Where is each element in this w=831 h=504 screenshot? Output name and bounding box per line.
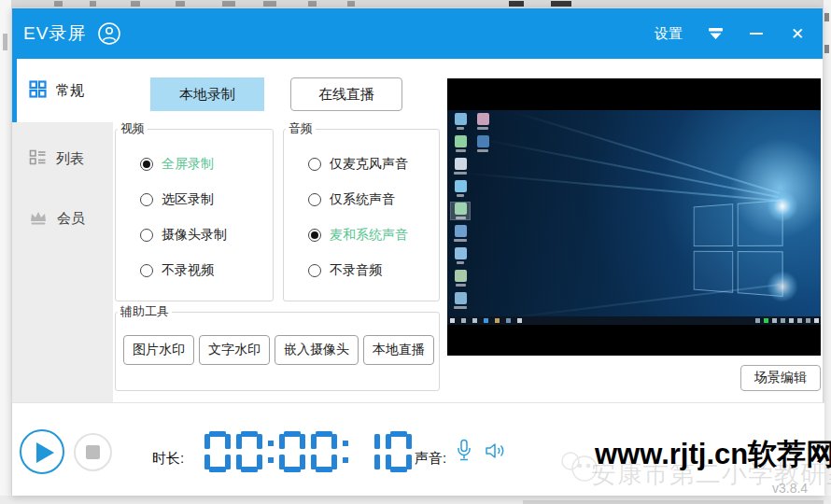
duration-timer-display bbox=[202, 431, 415, 472]
timer-digit bbox=[386, 431, 412, 472]
windows-wallpaper bbox=[447, 110, 821, 316]
sidebar-item-general[interactable]: 常规 bbox=[12, 59, 113, 122]
letterbox-bottom bbox=[447, 325, 821, 356]
title-bar: EV录屏 设置 ✕ bbox=[12, 8, 823, 59]
radio-icon[interactable] bbox=[140, 264, 153, 277]
radio-icon[interactable] bbox=[308, 193, 321, 206]
radio-icon[interactable] bbox=[308, 158, 321, 171]
radio-label: 仅麦克风声音 bbox=[330, 156, 408, 173]
speaker-icon[interactable] bbox=[485, 441, 509, 464]
desktop-icon bbox=[451, 113, 470, 130]
microphone-icon[interactable] bbox=[455, 439, 473, 467]
timer-digit bbox=[311, 431, 337, 472]
radio-icon[interactable] bbox=[140, 158, 153, 171]
user-account-icon[interactable] bbox=[97, 21, 121, 46]
desktop-icon bbox=[451, 135, 470, 152]
local-live-button[interactable]: 本地直播 bbox=[363, 335, 434, 365]
minimize-button[interactable] bbox=[748, 25, 765, 42]
radio-icon[interactable] bbox=[140, 193, 153, 206]
video-option-1[interactable]: 选区录制 bbox=[140, 182, 273, 217]
audio-option-1[interactable]: 仅系统声音 bbox=[308, 182, 439, 217]
sidebar-item-label: 常规 bbox=[56, 82, 84, 100]
aux-tools-legend: 辅助工具 bbox=[118, 303, 172, 320]
timer-digit bbox=[354, 431, 380, 472]
radio-label: 选区录制 bbox=[162, 191, 214, 208]
settings-button[interactable]: 设置 bbox=[655, 25, 683, 43]
stop-button[interactable] bbox=[74, 433, 112, 471]
background-toolbar-strip bbox=[0, 0, 831, 7]
close-button[interactable]: ✕ bbox=[789, 25, 806, 42]
radio-label: 麦和系统声音 bbox=[330, 227, 408, 244]
audio-group-legend: 音频 bbox=[286, 120, 316, 137]
sidebar-item-member[interactable]: 会员 bbox=[12, 195, 113, 242]
duration-label: 时长: bbox=[152, 450, 184, 468]
timer-digit bbox=[279, 431, 305, 472]
background-right-strip bbox=[824, 0, 831, 504]
site-watermark: www.rjtj.cn软荐网 bbox=[595, 435, 831, 474]
crown-icon bbox=[29, 209, 48, 229]
audio-option-2[interactable]: 麦和系统声音 bbox=[308, 217, 439, 253]
timer-digit bbox=[236, 431, 262, 472]
app-title: EV录屏 bbox=[23, 21, 86, 46]
tab-online-live[interactable]: 在线直播 bbox=[290, 77, 402, 111]
desktop-icon bbox=[451, 270, 470, 287]
desktop-icon bbox=[451, 292, 470, 309]
grid-icon bbox=[29, 80, 47, 101]
background-bottom-strip bbox=[0, 496, 831, 504]
scene-edit-button[interactable]: 场景编辑 bbox=[740, 365, 821, 391]
aux-tools-group: 辅助工具 图片水印 文字水印 嵌入摄像头 本地直播 bbox=[115, 303, 440, 391]
skin-theme-icon[interactable] bbox=[707, 25, 724, 42]
text-watermark-button[interactable]: 文字水印 bbox=[199, 335, 270, 365]
app-window: EV录屏 设置 ✕ bbox=[11, 7, 824, 496]
radio-label: 仅系统声音 bbox=[330, 191, 395, 208]
audio-option-0[interactable]: 仅麦克风声音 bbox=[308, 147, 439, 182]
radio-icon[interactable] bbox=[308, 264, 321, 277]
stop-icon bbox=[86, 445, 100, 459]
taskbar bbox=[447, 316, 821, 325]
screen-preview bbox=[447, 78, 821, 356]
desktop-icon bbox=[451, 225, 470, 242]
radio-label: 不录音频 bbox=[330, 262, 382, 279]
sidebar-item-label: 会员 bbox=[57, 210, 85, 228]
timer-colon bbox=[265, 431, 276, 472]
play-record-button[interactable] bbox=[20, 429, 64, 474]
desktop-icon bbox=[451, 158, 470, 175]
sidebar: 常规 列表 会员 bbox=[12, 59, 113, 402]
desktop-icon bbox=[451, 203, 470, 219]
audio-options-group: 音频 仅麦克风声音仅系统声音麦和系统声音不录音频 bbox=[283, 120, 440, 301]
tab-local-record[interactable]: 本地录制 bbox=[150, 77, 264, 111]
desktop-icon bbox=[473, 135, 492, 152]
version-label: v3.8.4 bbox=[772, 481, 808, 496]
background-left-strip bbox=[0, 0, 11, 504]
desktop-icon bbox=[451, 247, 470, 264]
sidebar-item-list[interactable]: 列表 bbox=[12, 135, 113, 182]
play-icon bbox=[36, 442, 54, 463]
video-option-3[interactable]: 不录视频 bbox=[140, 253, 273, 288]
desktop-icon bbox=[473, 113, 492, 130]
video-option-0[interactable]: 全屏录制 bbox=[140, 147, 273, 182]
timer-colon bbox=[340, 431, 351, 472]
embed-camera-button[interactable]: 嵌入摄像头 bbox=[275, 335, 359, 365]
radio-icon[interactable] bbox=[140, 229, 153, 242]
radio-icon[interactable] bbox=[308, 229, 321, 242]
radio-label: 不录视频 bbox=[162, 262, 214, 279]
list-icon bbox=[29, 148, 47, 169]
video-options-group: 视频 全屏录制选区录制摄像头录制不录视频 bbox=[115, 120, 274, 301]
video-group-legend: 视频 bbox=[118, 120, 148, 137]
audio-option-3[interactable]: 不录音频 bbox=[308, 253, 439, 288]
sidebar-item-label: 列表 bbox=[56, 150, 84, 168]
desktop-icon bbox=[451, 180, 470, 197]
radio-label: 全屏录制 bbox=[162, 156, 214, 173]
image-watermark-button[interactable]: 图片水印 bbox=[123, 335, 194, 365]
video-option-2[interactable]: 摄像头录制 bbox=[140, 217, 273, 253]
sound-label: 声音: bbox=[415, 450, 446, 468]
timer-digit bbox=[204, 431, 231, 472]
radio-label: 摄像头录制 bbox=[162, 227, 227, 244]
screenshot-root: EV录屏 设置 ✕ bbox=[0, 0, 831, 504]
